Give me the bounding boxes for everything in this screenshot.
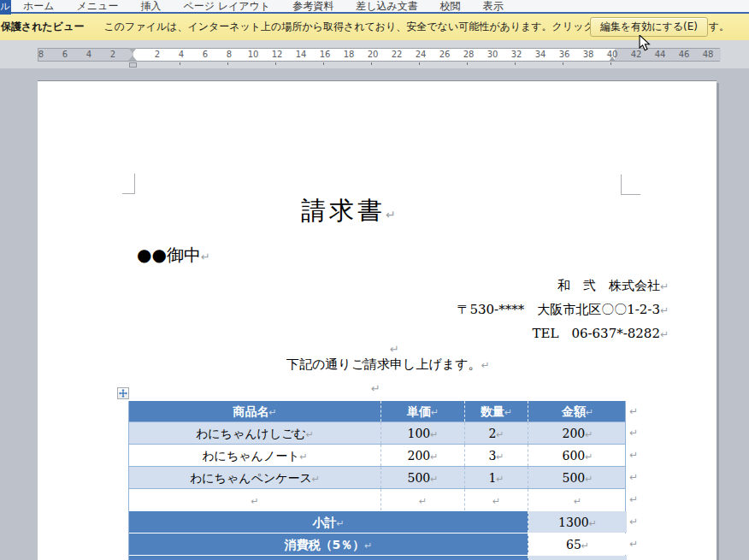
table-move-handle[interactable] [117, 387, 129, 399]
item-name-cell: わにちゃんけしごむ↵ [129, 422, 381, 444]
ruler-number: 18 [337, 49, 361, 61]
company-name: 和 弐 株式会社↵ [457, 274, 669, 298]
ruler-left-numbers: 8642 [38, 49, 133, 61]
table-header-row: 商品名↵ 単価↵ 数量↵ 金額↵ [129, 401, 625, 421]
ruler-number: 24 [409, 49, 433, 61]
paragraph-mark: ↵ [585, 451, 593, 463]
ruler-band[interactable]: 8642 24681012141618202224262830323436384… [38, 48, 720, 62]
ribbon-tab[interactable]: ページ レイアウト [183, 0, 270, 12]
subtotal-row: 小計↵ 1300↵ [129, 510, 625, 533]
paragraph-mark: ↵ [430, 429, 438, 440]
document-area: 請求書↵ ●●御中↵ 和 弐 株式会社↵ 〒530-**** 大阪市北区〇〇1-… [0, 68, 749, 560]
ruler-number: 2 [101, 49, 125, 61]
ruler-tick-marks [180, 62, 613, 65]
ruler-number: 16 [313, 49, 337, 61]
table-row: ↵ ↵ ↵ ↵ [129, 488, 625, 510]
paragraph-mark: ↵ [496, 451, 504, 463]
ribbon-tab[interactable]: 差し込み文書 [356, 0, 418, 12]
total-row: 合計↵ 1365↵ [129, 555, 625, 560]
ruler-number: 8 [217, 49, 241, 61]
ruler-number: 22 [385, 49, 409, 61]
paragraph-mark: ↵ [585, 429, 593, 440]
ruler-number: 4 [169, 49, 193, 61]
enable-editing-button[interactable]: 編集を有効にする(E) [590, 17, 708, 37]
greeting-line: 下記の通りご請求申し上げます。↵ [286, 357, 490, 373]
ribbon-tab[interactable]: ホーム [23, 0, 55, 12]
unit-price-cell: 200↵ [381, 445, 465, 466]
item-name-cell: ↵ [129, 489, 381, 510]
paragraph-mark: ↵ [574, 496, 581, 507]
ruler-number: 32 [504, 49, 528, 61]
ruler-number: 28 [457, 49, 481, 61]
company-block: 和 弐 株式会社↵ 〒530-**** 大阪市北区〇〇1-2-3↵ TEL 06… [457, 274, 669, 346]
crop-mark-top-right [621, 174, 640, 195]
first-line-indent-marker[interactable] [128, 48, 137, 53]
amount-cell: 600↵ [528, 445, 627, 466]
ruler-number: 4 [77, 49, 101, 61]
table-row: わにちゃんペンケース↵ 500↵ 1↵ 500↵ [129, 466, 625, 488]
ruler-number: 6 [53, 49, 77, 61]
paragraph-mark: ↵ [364, 540, 372, 551]
protected-view-title: 保護されたビュー [1, 20, 84, 34]
header-cell: 商品名↵ [129, 401, 381, 421]
ruler-number: 10 [241, 49, 265, 61]
subtotal-value: 1300↵ [528, 511, 627, 533]
paragraph-mark: ↵ [306, 429, 314, 440]
paragraph-mark: ↵ [268, 407, 276, 418]
ribbon-tab[interactable]: 校閲 [440, 0, 461, 12]
header-cell: 金額↵ [528, 401, 627, 421]
unit-price-cell: 500↵ [381, 467, 465, 488]
amount-cell: 200↵ [528, 422, 627, 444]
paragraph-mark: ↵ [386, 208, 396, 221]
ribbon-tab[interactable]: メニュー [77, 0, 119, 12]
table-row: わにちゃんけしごむ↵ 100↵ 2↵ 200↵ [129, 421, 625, 444]
paragraph-mark: ↵ [585, 474, 593, 485]
ruler-number: 48 [696, 49, 720, 61]
tax-row: 消費税（5％）↵ 65↵ [129, 533, 625, 555]
paragraph-mark: ↵ [300, 451, 308, 463]
paragraph-mark: ↵ [496, 474, 504, 485]
ruler-right-numbers: 42444648 [615, 49, 720, 61]
item-name-cell: わにちゃんノート↵ [129, 445, 381, 466]
file-tab[interactable]: ル [0, 0, 11, 15]
paragraph-mark: ↵ [660, 304, 669, 316]
ruler-number: 38 [576, 49, 600, 61]
ruler-number: 30 [481, 49, 504, 61]
hanging-indent-marker[interactable] [128, 56, 137, 61]
subtotal-label: 小計↵ [129, 511, 528, 533]
unit-price-cell: 100↵ [381, 422, 465, 444]
paragraph-mark: ↵ [312, 474, 320, 485]
ruler: 8642 24681012141618202224262830323436384… [0, 40, 749, 68]
invoice-table[interactable]: 商品名↵ 単価↵ 数量↵ 金額↵ わにちゃんけしごむ↵ 100↵ 2↵ 200↵… [128, 401, 626, 560]
ruler-number: 20 [361, 49, 385, 61]
left-indent-marker[interactable] [129, 62, 137, 68]
paragraph-mark: ↵ [496, 429, 504, 440]
company-tel: TEL 06-637*-8282↵ [457, 322, 669, 346]
ribbon-tab[interactable]: 表示 [483, 0, 504, 12]
unit-price-cell: ↵ [381, 489, 465, 510]
paragraph-mark: ↵ [251, 496, 258, 507]
paragraph-mark: ↵ [430, 451, 438, 463]
ruler-number: 46 [672, 49, 696, 61]
ruler-number: 44 [648, 49, 672, 61]
total-value: 1365↵ [528, 556, 627, 560]
ruler-main-numbers: 246810121416182022242628303234363840 [133, 49, 624, 61]
ribbon-tab[interactable]: 挿入 [140, 0, 161, 12]
crop-mark-top-left [122, 174, 135, 194]
paragraph-mark: ↵ [431, 407, 439, 418]
protected-view-bar: 保護されたビュー このファイルは、インターネット上の場所から取得されており、安全… [0, 14, 749, 40]
document-page[interactable]: 請求書↵ ●●御中↵ 和 弐 株式会社↵ 〒530-**** 大阪市北区〇〇1-… [38, 80, 717, 560]
ribbon-tab[interactable]: 参考資料 [292, 0, 333, 12]
quantity-cell: 2↵ [465, 422, 528, 444]
ruler-number: 26 [433, 49, 457, 61]
paragraph-mark: ↵ [336, 518, 344, 529]
header-cell: 単価↵ [381, 401, 465, 421]
table-row: わにちゃんノート↵ 200↵ 3↵ 600↵ [129, 444, 625, 466]
ribbon-tab-bar: ル ホームメニュー挿入ページ レイアウト参考資料差し込み文書校閲表示 [0, 0, 749, 12]
right-indent-marker[interactable] [609, 56, 616, 62]
empty-paragraph-mark: ↵ [390, 343, 399, 356]
ruler-number: 8 [29, 49, 53, 61]
ruler-number: 2 [145, 49, 169, 61]
recipient-line: ●●御中↵ [137, 244, 210, 267]
paragraph-mark: ↵ [589, 518, 597, 529]
